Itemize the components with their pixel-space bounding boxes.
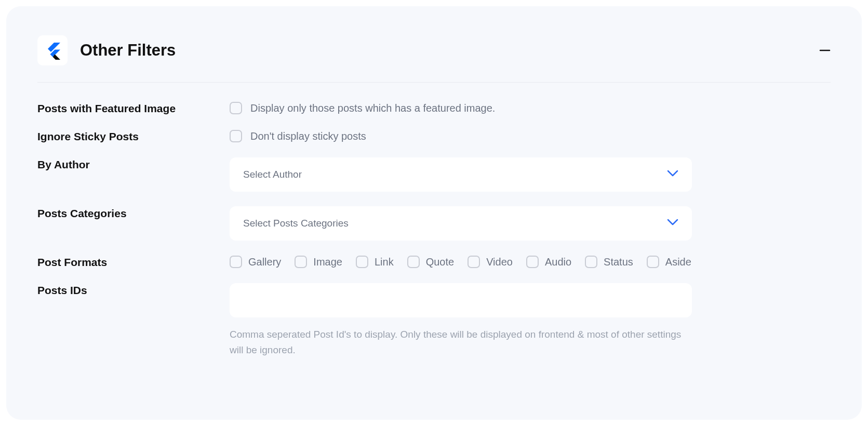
format-item-status: Status [585,256,633,268]
select-categories-placeholder: Select Posts Categories [243,218,349,229]
label-featured-image: Posts with Featured Image [37,101,230,115]
row-post-formats: Post Formats Gallery Image Link Quote [37,255,831,269]
content-by-author: Select Author [230,157,831,192]
checkbox-ignore-sticky[interactable] [230,130,242,142]
label-posts-categories: Posts Categories [37,206,230,220]
format-label-gallery: Gallery [248,256,281,268]
logo-box [37,35,68,65]
format-label-image: Image [313,256,342,268]
panel-header: Other Filters [37,35,831,83]
format-label-status: Status [604,256,633,268]
checkbox-audio[interactable] [526,256,539,268]
select-author-placeholder: Select Author [243,169,302,180]
panel-header-left: Other Filters [37,35,176,65]
checkbox-line-featured: Display only those posts which has a fea… [230,102,831,114]
format-label-link: Link [375,256,394,268]
checkbox-label-featured: Display only those posts which has a fea… [250,102,495,114]
format-item-audio: Audio [526,256,571,268]
checkbox-aside[interactable] [647,256,659,268]
format-label-audio: Audio [545,256,571,268]
format-item-gallery: Gallery [230,256,281,268]
flutter-logo-icon [43,41,62,60]
checkbox-link[interactable] [356,256,368,268]
chevron-down-icon [667,219,678,228]
content-ignore-sticky: Don't display sticky posts [230,130,831,142]
other-filters-panel: Other Filters Posts with Featured Image … [6,6,862,420]
select-author[interactable]: Select Author [230,157,692,192]
checkbox-label-sticky: Don't display sticky posts [250,130,366,142]
checkbox-line-sticky: Don't display sticky posts [230,130,831,142]
panel-title: Other Filters [80,41,176,60]
row-ignore-sticky: Ignore Sticky Posts Don't display sticky… [37,129,831,143]
format-item-video: Video [468,256,513,268]
checkbox-gallery[interactable] [230,256,242,268]
format-item-link: Link [356,256,394,268]
label-post-formats: Post Formats [37,255,230,269]
row-featured-image: Posts with Featured Image Display only t… [37,101,831,115]
checkbox-quote[interactable] [407,256,420,268]
checkbox-featured-image[interactable] [230,102,242,114]
checkbox-image[interactable] [295,256,307,268]
content-post-formats: Gallery Image Link Quote Video [230,256,831,268]
content-posts-categories: Select Posts Categories [230,206,831,241]
format-label-aside: Aside [665,256,691,268]
format-checkboxes: Gallery Image Link Quote Video [230,256,831,268]
format-item-quote: Quote [407,256,454,268]
select-posts-categories[interactable]: Select Posts Categories [230,206,692,241]
label-ignore-sticky: Ignore Sticky Posts [37,129,230,143]
label-by-author: By Author [37,157,230,171]
helper-posts-ids: Comma seperated Post Id's to display. On… [230,327,692,358]
checkbox-status[interactable] [585,256,597,268]
row-posts-ids: Posts IDs Comma seperated Post Id's to d… [37,283,831,358]
chevron-down-icon [667,170,678,179]
format-item-image: Image [295,256,342,268]
format-label-quote: Quote [426,256,454,268]
content-featured-image: Display only those posts which has a fea… [230,102,831,114]
row-posts-categories: Posts Categories Select Posts Categories [37,206,831,241]
minus-icon [819,45,831,56]
format-label-video: Video [486,256,513,268]
content-posts-ids: Comma seperated Post Id's to display. On… [230,283,831,358]
row-by-author: By Author Select Author [37,157,831,192]
collapse-button[interactable] [819,45,831,56]
format-item-aside: Aside [647,256,691,268]
input-posts-ids[interactable] [230,283,692,317]
label-posts-ids: Posts IDs [37,283,230,297]
checkbox-video[interactable] [468,256,480,268]
